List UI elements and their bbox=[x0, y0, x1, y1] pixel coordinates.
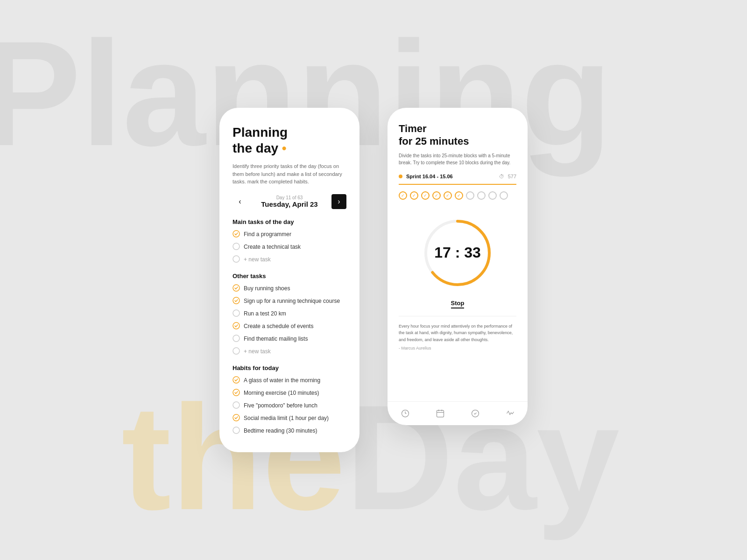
section-title: Habits for today bbox=[233, 364, 346, 371]
stop-button-wrap: Stop bbox=[388, 300, 528, 308]
task-label: Find a programmer bbox=[244, 231, 291, 238]
task-label: Buy running shoes bbox=[244, 285, 290, 292]
nav-timer-icon[interactable] bbox=[400, 408, 410, 419]
timer-circle-section: 17 : 33 bbox=[388, 206, 528, 295]
pom-check-icon: ✓ bbox=[457, 193, 461, 198]
task-section: Habits for todayA glass of water in the … bbox=[233, 364, 346, 435]
task-item: Five "pomodoro" before lunch bbox=[233, 401, 346, 410]
check-done-icon[interactable] bbox=[233, 284, 240, 293]
svg-point-6 bbox=[233, 322, 240, 329]
section-title: Other tasks bbox=[233, 273, 346, 280]
svg-point-5 bbox=[233, 310, 240, 316]
task-label: + new task bbox=[244, 256, 271, 263]
nav-check-icon[interactable] bbox=[470, 408, 480, 419]
section-title: Main tasks of the day bbox=[233, 218, 346, 225]
svg-point-12 bbox=[233, 414, 240, 421]
svg-point-1 bbox=[233, 243, 240, 250]
add-task-icon bbox=[233, 347, 240, 356]
svg-point-9 bbox=[233, 377, 240, 383]
planning-phone: Planning the day • Identify three priori… bbox=[219, 108, 359, 452]
task-label: A glass of water in the morning bbox=[244, 377, 320, 384]
pom-check-icon: ✓ bbox=[412, 193, 416, 198]
task-item: Sign up for a running technique course bbox=[233, 297, 346, 306]
app-title: Planning the day • bbox=[233, 125, 346, 156]
pomodoro-empty-dot bbox=[488, 191, 497, 200]
check-done-icon[interactable] bbox=[233, 297, 240, 306]
task-item: Morning exercise (10 minutes) bbox=[233, 389, 346, 398]
sprint-bar: Sprint 16.04 - 15.06 ⏱ 577 bbox=[399, 174, 516, 185]
timer-title: Timer for 25 minutes bbox=[399, 123, 516, 147]
pom-check-icon: ✓ bbox=[401, 193, 405, 198]
task-item: Find thematic mailing lists bbox=[233, 335, 346, 343]
check-empty-icon[interactable] bbox=[233, 427, 240, 435]
check-done-icon[interactable] bbox=[233, 389, 240, 398]
phones-container: Planning the day • Identify three priori… bbox=[219, 108, 528, 452]
task-label: Morning exercise (10 minutes) bbox=[244, 390, 319, 396]
svg-point-4 bbox=[233, 297, 240, 304]
nav-calendar-icon[interactable] bbox=[435, 408, 445, 419]
pom-check-icon: ✓ bbox=[446, 193, 450, 198]
next-day-button[interactable]: › bbox=[331, 194, 346, 209]
task-list: A glass of water in the morningMorning e… bbox=[233, 376, 346, 435]
task-section: Main tasks of the dayFind a programmerCr… bbox=[233, 218, 346, 264]
check-done-icon[interactable] bbox=[233, 414, 240, 423]
pomodoro-done-dot: ✓ bbox=[421, 191, 430, 200]
task-label: Social media limit (1 hour per day) bbox=[244, 415, 329, 421]
svg-point-11 bbox=[233, 402, 240, 408]
timer-phone: Timer for 25 minutes Divide the tasks in… bbox=[388, 108, 528, 425]
sprint-indicator bbox=[399, 175, 402, 178]
clock-icon: ⏱ bbox=[499, 174, 504, 179]
pomodoro-empty-dot bbox=[477, 191, 486, 200]
check-empty-icon[interactable] bbox=[233, 335, 240, 343]
pomodoro-tracker: ✓✓✓✓✓✓ bbox=[388, 185, 528, 206]
check-empty-icon[interactable] bbox=[233, 243, 240, 252]
svg-rect-19 bbox=[437, 410, 444, 417]
task-label: Create a schedule of events bbox=[244, 323, 313, 329]
svg-point-0 bbox=[233, 231, 240, 237]
svg-point-8 bbox=[233, 348, 240, 354]
app-subtitle: Identify three priority tasks of the day… bbox=[233, 162, 346, 186]
timer-circle: 17 : 33 bbox=[420, 216, 495, 290]
check-empty-icon[interactable] bbox=[233, 309, 240, 318]
task-label: + new task bbox=[244, 348, 271, 355]
task-item: Create a schedule of events bbox=[233, 322, 346, 331]
stop-button[interactable]: Stop bbox=[451, 300, 465, 308]
add-task-item[interactable]: + new task bbox=[233, 255, 346, 264]
task-label: Sign up for a running technique course bbox=[244, 298, 340, 304]
check-done-icon[interactable] bbox=[233, 322, 240, 331]
day-info: Day 11 of 63 Tuesday, April 23 bbox=[261, 195, 317, 208]
pomodoro-done-dot: ✓ bbox=[410, 191, 418, 200]
timer-display: 17 : 33 bbox=[420, 216, 495, 290]
sprint-count: 577 bbox=[508, 174, 516, 179]
task-item: Bedtime reading (30 minutes) bbox=[233, 427, 346, 435]
task-label: Five "pomodoro" before lunch bbox=[244, 402, 317, 409]
svg-point-13 bbox=[233, 427, 240, 434]
quote-section: Every hour focus your mind attentively o… bbox=[399, 316, 516, 357]
svg-point-3 bbox=[233, 285, 240, 291]
check-empty-icon[interactable] bbox=[233, 401, 240, 410]
check-done-icon[interactable] bbox=[233, 230, 240, 239]
sprint-label: Sprint 16.04 - 15.06 bbox=[406, 174, 495, 179]
check-done-icon[interactable] bbox=[233, 376, 240, 385]
pomodoro-empty-dot bbox=[500, 191, 508, 200]
timer-header: Timer for 25 minutes Divide the tasks in… bbox=[388, 108, 528, 174]
pomodoro-done-dot: ✓ bbox=[455, 191, 463, 200]
add-task-icon bbox=[233, 255, 240, 264]
task-item: Create a technical task bbox=[233, 243, 346, 252]
day-navigation: ‹ Day 11 of 63 Tuesday, April 23 › bbox=[233, 194, 346, 209]
task-label: Bedtime reading (30 minutes) bbox=[244, 427, 317, 434]
task-item: Find a programmer bbox=[233, 230, 346, 239]
task-label: Create a technical task bbox=[244, 244, 301, 250]
nav-activity-icon[interactable] bbox=[505, 408, 515, 419]
day-label: Day 11 of 63 bbox=[261, 195, 317, 200]
title-dot: • bbox=[278, 141, 287, 155]
svg-point-2 bbox=[233, 256, 240, 262]
pomodoro-done-dot: ✓ bbox=[399, 191, 407, 200]
pom-check-icon: ✓ bbox=[435, 193, 438, 198]
quote-text: Every hour focus your mind attentively o… bbox=[399, 323, 516, 343]
pomodoro-empty-dot bbox=[466, 191, 474, 200]
prev-day-button[interactable]: ‹ bbox=[233, 194, 247, 209]
add-task-item[interactable]: + new task bbox=[233, 347, 346, 356]
quote-author: - Marcus Aurelius bbox=[399, 346, 516, 350]
pomodoro-done-dot: ✓ bbox=[432, 191, 441, 200]
